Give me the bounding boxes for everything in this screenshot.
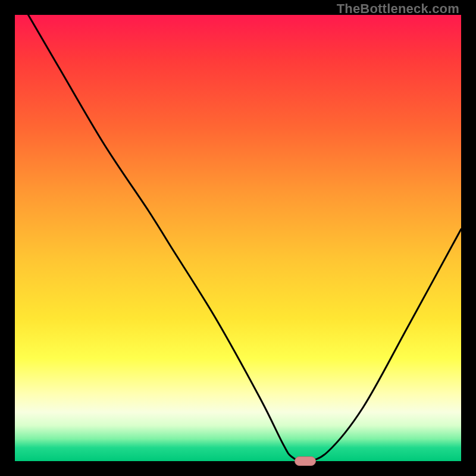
chart-frame: TheBottleneck.com — [0, 0, 476, 476]
bottleneck-curve — [15, 15, 461, 461]
plot-area — [15, 15, 461, 461]
watermark-text: TheBottleneck.com — [337, 1, 459, 17]
optimal-marker — [295, 456, 316, 466]
curve-path — [29, 15, 462, 461]
